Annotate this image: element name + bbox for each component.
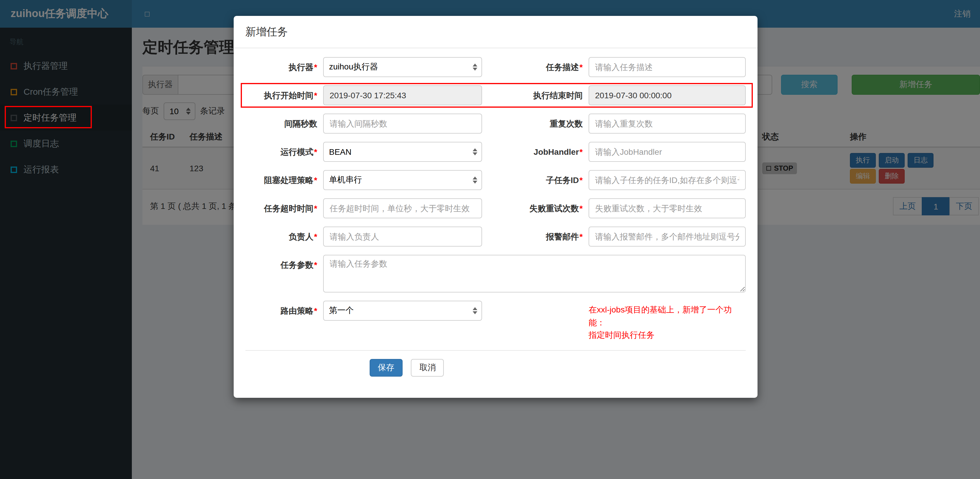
required-asterisk: * bbox=[314, 306, 317, 315]
select-arrows-icon bbox=[473, 148, 477, 155]
app-root: zuihou任务调度中心 □ 注销 导航 执行器管理 Cron任务管理 定时任务… bbox=[0, 0, 980, 479]
run-mode-select[interactable]: BEAN bbox=[323, 142, 482, 162]
repeat-label: 重复次数 bbox=[482, 114, 589, 134]
interval-label: 间隔秒数 bbox=[245, 114, 323, 134]
required-asterisk: * bbox=[314, 175, 317, 185]
block-strategy-select[interactable]: 单机串行 bbox=[323, 170, 482, 190]
select-arrows-icon bbox=[473, 177, 477, 184]
end-time-label: 执行结束时间 bbox=[482, 85, 589, 105]
required-asterisk: * bbox=[579, 232, 583, 241]
required-asterisk: * bbox=[579, 175, 583, 185]
required-asterisk: * bbox=[314, 91, 317, 100]
required-asterisk: * bbox=[314, 147, 317, 156]
modal-title: 新增任务 bbox=[245, 25, 746, 39]
block-strategy-label: 阻塞处理策略* bbox=[245, 170, 323, 190]
executor-label: 执行器* bbox=[245, 57, 323, 77]
fail-retry-label: 失败重试次数* bbox=[482, 198, 589, 218]
job-desc-input[interactable] bbox=[589, 57, 746, 77]
job-handler-input[interactable] bbox=[589, 142, 746, 162]
add-task-modal: 新增任务 执行器* zuihou执行器 任务描述* 执行开始时间* 2019-0… bbox=[234, 16, 757, 398]
required-asterisk: * bbox=[314, 204, 317, 213]
required-asterisk: * bbox=[579, 147, 583, 156]
feature-note-line2: 指定时间执行任务 bbox=[589, 329, 746, 342]
cancel-button[interactable]: 取消 bbox=[411, 359, 444, 377]
start-time-input[interactable]: 2019-07-30 17:25:43 bbox=[323, 85, 482, 105]
modal-header: 新增任务 bbox=[234, 16, 757, 48]
repeat-input[interactable] bbox=[589, 114, 746, 134]
end-time-input[interactable]: 2019-07-30 00:00:00 bbox=[589, 85, 746, 105]
alarm-email-label: 报警邮件* bbox=[482, 226, 589, 247]
fail-retry-input[interactable] bbox=[589, 198, 746, 218]
route-strategy-label: 路由策略* bbox=[245, 301, 323, 321]
modal-footer: 保存 取消 bbox=[234, 351, 757, 398]
required-asterisk: * bbox=[579, 62, 583, 72]
route-strategy-select[interactable]: 第一个 bbox=[323, 301, 482, 321]
owner-input[interactable] bbox=[323, 226, 482, 247]
executor-select[interactable]: zuihou执行器 bbox=[323, 57, 482, 77]
owner-label: 负责人* bbox=[245, 226, 323, 247]
child-job-input[interactable] bbox=[589, 170, 746, 190]
job-param-textarea[interactable] bbox=[323, 255, 746, 293]
feature-note: 在xxl-jobs项目的基础上，新增了一个功能： 指定时间执行任务 bbox=[589, 301, 746, 342]
feature-note-line1: 在xxl-jobs项目的基础上，新增了一个功能： bbox=[589, 304, 746, 329]
alarm-email-input[interactable] bbox=[589, 226, 746, 247]
job-param-label: 任务参数* bbox=[245, 255, 323, 275]
modal-body: 执行器* zuihou执行器 任务描述* 执行开始时间* 2019-07-30 … bbox=[234, 48, 757, 351]
job-handler-label: JobHandler* bbox=[482, 142, 589, 162]
start-time-label: 执行开始时间* bbox=[245, 85, 323, 105]
child-job-label: 子任务ID* bbox=[482, 170, 589, 190]
save-button[interactable]: 保存 bbox=[370, 359, 402, 377]
required-asterisk: * bbox=[314, 260, 317, 269]
select-arrows-icon bbox=[473, 64, 477, 71]
required-asterisk: * bbox=[314, 62, 317, 72]
timeout-input[interactable] bbox=[323, 198, 482, 218]
run-mode-label: 运行模式* bbox=[245, 142, 323, 162]
job-desc-label: 任务描述* bbox=[482, 57, 589, 77]
required-asterisk: * bbox=[579, 204, 583, 213]
timeout-label: 任务超时时间* bbox=[245, 198, 323, 218]
interval-input[interactable] bbox=[323, 114, 482, 134]
required-asterisk: * bbox=[314, 232, 317, 241]
select-arrows-icon bbox=[473, 307, 477, 314]
